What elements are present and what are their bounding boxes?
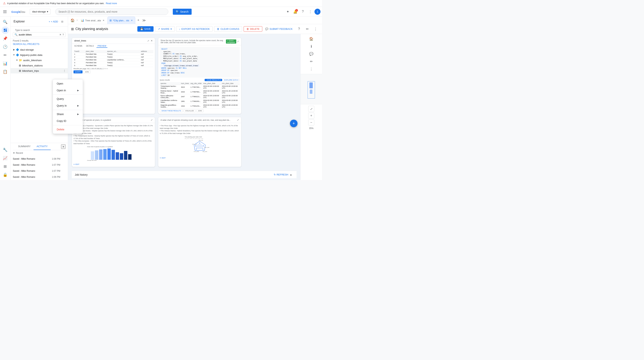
toolbar-edit-button[interactable]: ✏ bbox=[304, 26, 311, 33]
bottom-panel-collapse-button[interactable]: ▾ bbox=[61, 144, 66, 149]
search-icon: 🔍 bbox=[176, 10, 179, 13]
svg-text:Tree planting year radar chart: Tree planting year radar chart bbox=[185, 136, 202, 138]
recent-item-0[interactable]: Saved - Mike Romano 1:08 PM ⋮ bbox=[10, 156, 68, 162]
sidebar-chart-button[interactable]: 📈 bbox=[2, 154, 9, 162]
clear-canvas-button[interactable]: 🗑 CLEAR CANVAS bbox=[214, 26, 242, 32]
explore-data-button[interactable]: EXPLORE DATA ▾ bbox=[223, 79, 240, 81]
export-notebook-button[interactable]: ↓ EXPORT AS NOTEBOOK bbox=[176, 26, 212, 32]
right-panel-edit-icon[interactable]: ✏ bbox=[308, 58, 315, 65]
card-radar-expand[interactable]: ⤢ bbox=[237, 119, 239, 121]
collapse-job-history-button[interactable]: ▲ bbox=[288, 172, 294, 177]
tree-item-bikeshare-trips[interactable]: ⊞ bikeshare_trips ☆ ⋮ bbox=[10, 68, 68, 73]
help-button[interactable]: ? bbox=[300, 8, 306, 15]
more-icon-trips[interactable]: ⋮ bbox=[62, 69, 66, 73]
save-results-button[interactable]: ↓ SAVE RESULTS ▾ bbox=[204, 79, 222, 81]
card-expand-button[interactable]: ⤢ bbox=[147, 40, 149, 42]
visualize-button[interactable]: VISUALIZE bbox=[184, 109, 196, 112]
right-panel-info-icon[interactable]: ℹ bbox=[308, 43, 315, 50]
user-avatar[interactable]: 1 bbox=[314, 9, 320, 15]
card-bar-expand[interactable]: ⤢ bbox=[151, 119, 152, 121]
refresh-button[interactable]: ↻ REFRESH bbox=[274, 173, 288, 176]
radar-edit-button[interactable]: ✏ EDIT bbox=[160, 157, 166, 159]
clear-search-button[interactable]: ✕ bbox=[59, 33, 62, 36]
clear-icon: 🗑 bbox=[217, 28, 219, 30]
context-menu-open-in[interactable]: Open in ▶ bbox=[53, 87, 83, 94]
context-menu-open[interactable]: Open bbox=[53, 80, 83, 87]
tab-city-planning[interactable]: ⊞ *City plan... sis ✕ bbox=[108, 17, 135, 24]
sidebar-history-button[interactable]: 🕐 bbox=[2, 43, 9, 51]
context-menu-query-in[interactable]: Query in ▶ bbox=[53, 102, 83, 109]
sidebar-compose-button[interactable]: ✏ bbox=[2, 51, 9, 59]
recent-item-2[interactable]: Saved - Mike Romano 1:07 PM ⋮ bbox=[10, 168, 68, 174]
right-panel-chat-icon[interactable]: 💬 bbox=[308, 51, 315, 57]
context-menu-share[interactable]: Share ▶ bbox=[53, 111, 83, 118]
toolbar-help-button[interactable]: ? bbox=[296, 26, 302, 33]
dataset-icon: 📁 bbox=[19, 59, 22, 62]
share-button[interactable]: ↗ SHARE ▾ bbox=[155, 26, 175, 32]
context-menu-copy-id[interactable]: Copy ID bbox=[53, 118, 83, 124]
warning-link[interactable]: Read more bbox=[106, 2, 117, 5]
context-menu-delete[interactable]: Delete bbox=[53, 126, 83, 133]
bar-edit-button[interactable]: ✏ EDIT bbox=[74, 163, 79, 165]
join-sql-button[interactable]: JOIN bbox=[196, 109, 204, 112]
toolbar-more-button[interactable]: ⋮ bbox=[312, 26, 319, 33]
join-button[interactable]: JOIN bbox=[83, 70, 91, 73]
tree-item-bigquery-public-data[interactable]: ▼ 🔷 bigquery-public-data ★ ⋮ bbox=[10, 52, 68, 58]
sidebar-explorer-button[interactable] bbox=[2, 27, 9, 34]
settings-button[interactable]: ⋮ bbox=[307, 8, 314, 15]
tab-more-button[interactable]: ≫ bbox=[141, 18, 146, 23]
preview-tab[interactable]: PREVIEW bbox=[96, 45, 108, 48]
zoom-in-button[interactable]: + bbox=[308, 113, 314, 119]
sidebar-analytics-button[interactable]: 📊 bbox=[2, 60, 9, 67]
ai-button[interactable]: ✦ bbox=[284, 8, 291, 15]
zoom-out-button[interactable]: − bbox=[308, 119, 314, 125]
right-panel-home-icon[interactable]: 🏠 bbox=[308, 36, 315, 42]
hamburger-menu-button[interactable] bbox=[2, 8, 8, 15]
project-selector[interactable]: daui-storage ▾ bbox=[30, 9, 51, 14]
tree-item-daui-storage[interactable]: ▶ 🔷 daui-storage ☆ ⋮ bbox=[10, 47, 68, 52]
sidebar-lock-button[interactable]: 🔒 bbox=[2, 171, 9, 178]
activity-tab[interactable]: ACTIVITY bbox=[34, 143, 51, 150]
sidebar-schedule-button[interactable]: 📋 bbox=[2, 68, 9, 75]
table-label-trips: bikeshare_trips bbox=[22, 69, 59, 72]
tab-city-close-button[interactable]: ✕ bbox=[130, 19, 133, 22]
save-button[interactable]: 💾 SAVE bbox=[137, 26, 154, 32]
sidebar-search-button[interactable]: 🔍 bbox=[2, 18, 9, 26]
show-results-button[interactable]: SHOW THESE RESULTS bbox=[160, 109, 183, 112]
sidebar-wrench-button[interactable]: 🔧 bbox=[2, 146, 9, 153]
details-tab[interactable]: DETAILS bbox=[85, 45, 95, 48]
tab-tree-close-button[interactable]: ✕ bbox=[102, 19, 105, 22]
search-all-projects-link[interactable]: SEARCH ALL PROJECTS bbox=[10, 43, 68, 47]
query-button[interactable]: QUERY bbox=[74, 70, 82, 73]
cell: 2024-02-08 13:00:00 UTC bbox=[202, 104, 221, 108]
summary-tab[interactable]: SUMMARY bbox=[15, 143, 34, 150]
recent-item-3[interactable]: Saved - Mike Romano 1:06 PM ⋮ bbox=[10, 174, 68, 180]
notifications-button[interactable]: 🔔 1 bbox=[292, 8, 299, 15]
canvas-area[interactable]: street_trees ⤢ ✕ SCHEMA DETAILS PREVIEW bbox=[68, 34, 300, 180]
right-panel-more-icon[interactable]: ⋮ bbox=[308, 66, 315, 72]
add-fab-button[interactable]: + bbox=[290, 120, 298, 127]
explorer-collapse-button[interactable]: ⊟ bbox=[60, 19, 65, 24]
tab-tree-analysis[interactable]: 📊 Tree anal...ata ✕ bbox=[79, 17, 107, 24]
home-tab[interactable]: 🏠 bbox=[70, 17, 76, 23]
delete-button[interactable]: 🗑 DELETE bbox=[244, 26, 262, 32]
search-help-button[interactable]: ? bbox=[62, 33, 64, 36]
tree-item-bikeshare-stations[interactable]: ⊞ bikeshare_stations ☆ ⋮ bbox=[10, 63, 68, 68]
bar-1 bbox=[91, 151, 94, 160]
tab-add-button[interactable]: + bbox=[136, 18, 141, 23]
schema-tab[interactable]: SCHEMA bbox=[73, 45, 84, 48]
global-search-button[interactable]: 🔍 Search bbox=[173, 9, 192, 15]
sidebar-grid-button[interactable]: ⊞ bbox=[2, 163, 9, 170]
sidebar-pin-button[interactable]: 📌 bbox=[2, 35, 9, 42]
card-close-button[interactable]: ✕ bbox=[151, 40, 152, 42]
tree-item-austin-bikeshare[interactable]: ▼ 📁 austin_bikeshare ★ ⋮ bbox=[10, 58, 68, 63]
context-menu-query[interactable]: Query bbox=[53, 95, 83, 102]
expand-canvas-button[interactable]: ⤢ bbox=[308, 106, 314, 112]
card-sql-expand[interactable]: ⤢ bbox=[237, 40, 239, 44]
explorer-search-input[interactable] bbox=[19, 33, 58, 36]
explorer-add-button[interactable]: + + ADD bbox=[47, 20, 60, 24]
search-bar-container bbox=[55, 9, 168, 15]
global-search-input[interactable] bbox=[55, 9, 168, 15]
recent-item-1[interactable]: Saved - Mike Romano 1:07 PM ⋮ bbox=[10, 162, 68, 168]
submit-feedback-button[interactable]: 💬 SUBMIT FEEDBACK bbox=[264, 27, 294, 32]
